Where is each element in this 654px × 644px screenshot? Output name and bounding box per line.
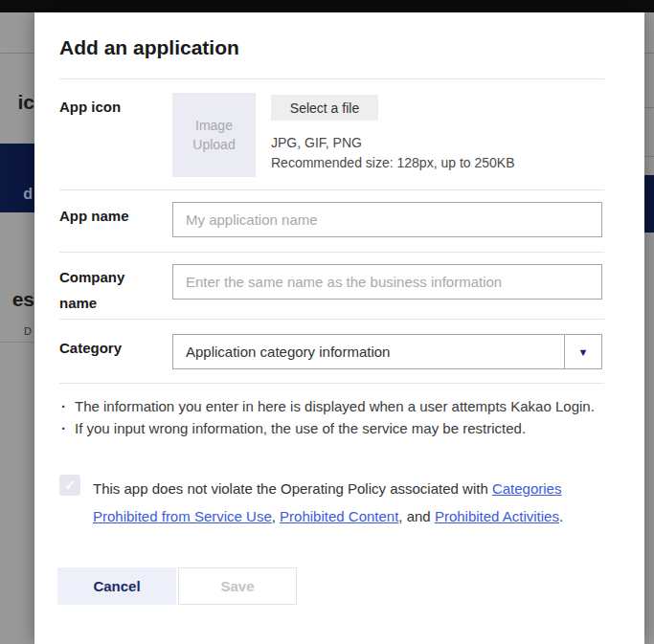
file-formats-hint: JPG, GIF, PNG bbox=[271, 135, 362, 150]
background-divider bbox=[644, 107, 654, 108]
app-name-input[interactable] bbox=[172, 202, 602, 237]
divider bbox=[59, 252, 604, 253]
dialog-title: Add an application bbox=[59, 36, 239, 59]
policy-agreement-text: This app does not violate the Operating … bbox=[93, 475, 602, 530]
background-small-label-fragment: D bbox=[24, 325, 32, 337]
save-button[interactable]: Save bbox=[178, 567, 297, 605]
bullet-icon: · bbox=[61, 398, 66, 414]
policy-agreement-checkbox[interactable]: ✓ bbox=[59, 475, 80, 496]
divider bbox=[59, 189, 604, 190]
screen: ic d es D Add an application App icon Im… bbox=[0, 0, 654, 644]
link-prohibited-activities[interactable]: Prohibited Activities bbox=[435, 508, 559, 524]
background-top-nav bbox=[0, 0, 654, 12]
divider bbox=[59, 319, 604, 320]
cancel-button[interactable]: Cancel bbox=[57, 567, 176, 605]
policy-text-sep: , bbox=[272, 508, 280, 524]
divider bbox=[59, 78, 604, 79]
background-divider bbox=[644, 156, 654, 157]
note-text: The information you enter in here is dis… bbox=[75, 398, 595, 414]
check-icon: ✓ bbox=[64, 477, 76, 493]
bullet-icon: · bbox=[61, 420, 66, 436]
recommended-size-hint: Recommended size: 128px, up to 250KB bbox=[271, 155, 515, 170]
background-divider bbox=[644, 53, 654, 54]
category-label: Category bbox=[59, 335, 159, 361]
policy-text-sep: , and bbox=[398, 508, 435, 524]
background-navy-button-fragment: d bbox=[0, 144, 34, 212]
background-page-left-strip: ic d es D bbox=[0, 12, 34, 644]
divider bbox=[59, 383, 604, 384]
background-heading-fragment: ic bbox=[17, 91, 34, 114]
background-divider bbox=[0, 342, 34, 343]
company-name-label: Company name bbox=[59, 264, 159, 316]
note-kakao-login: ·The information you enter in here is di… bbox=[61, 398, 75, 414]
app-name-label: App name bbox=[59, 203, 159, 229]
app-icon-label: App icon bbox=[59, 94, 159, 120]
category-selected-value: Application category information bbox=[186, 344, 390, 360]
add-application-dialog: Add an application App icon Image Upload… bbox=[34, 12, 644, 644]
background-page-right-strip bbox=[644, 12, 654, 644]
company-name-input[interactable] bbox=[172, 264, 602, 300]
chevron-down-icon: ▼ bbox=[578, 346, 589, 358]
background-navy-banner-fragment bbox=[644, 175, 654, 233]
category-select[interactable]: Application category information bbox=[172, 334, 565, 369]
category-dropdown-button[interactable]: ▼ bbox=[564, 334, 602, 369]
note-wrong-information: ·If you input wrong information, the use… bbox=[61, 420, 75, 436]
background-divider bbox=[0, 53, 34, 54]
app-icon-upload-dropzone[interactable]: Image Upload bbox=[172, 93, 256, 177]
policy-text-suffix: . bbox=[559, 508, 563, 524]
note-text: If you input wrong information, the use … bbox=[75, 420, 526, 436]
background-navy-letter-fragment: d bbox=[23, 186, 33, 203]
select-file-button[interactable]: Select a file bbox=[271, 95, 378, 121]
link-prohibited-content[interactable]: Prohibited Content bbox=[280, 508, 398, 524]
policy-text-prefix: This app does not violate the Operating … bbox=[93, 480, 492, 497]
upload-placeholder-text: Image Upload bbox=[186, 116, 243, 154]
background-subheading-fragment: es bbox=[12, 288, 34, 311]
